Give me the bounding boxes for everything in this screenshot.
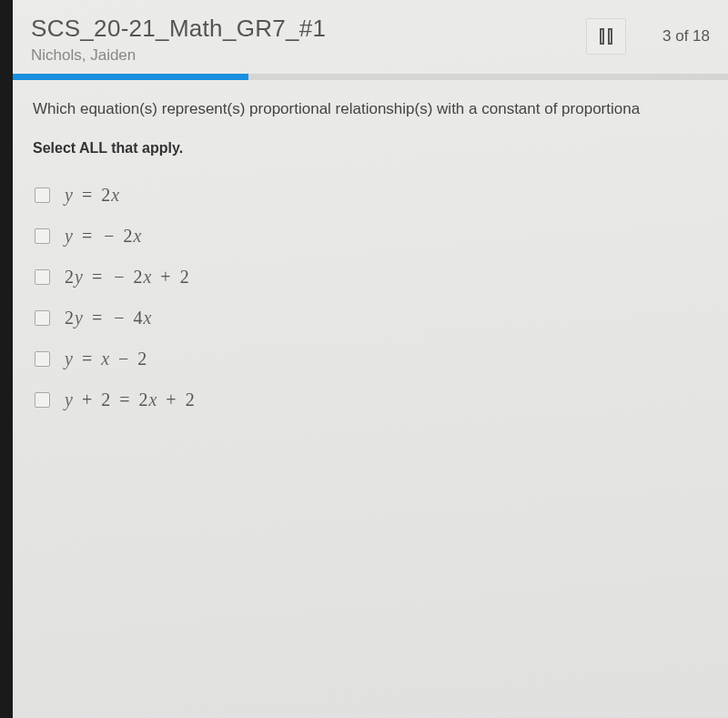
quiz-page: SCS_20-21_Math_GR7_#1 Nichols, Jaiden 3 … — [13, 0, 728, 718]
answer-option[interactable]: y = − 2x — [33, 217, 708, 255]
question-instruction: Select ALL that apply. — [33, 140, 708, 157]
progress-fill — [13, 74, 248, 80]
answer-equation: y = − 2x — [65, 226, 142, 247]
question-content: Which equation(s) represent(s) proportio… — [13, 80, 728, 440]
answer-option[interactable]: y = x − 2 — [33, 340, 708, 378]
progress-bar — [13, 74, 728, 80]
header-controls: 3 of 18 — [586, 15, 710, 55]
answer-checkbox[interactable] — [35, 228, 50, 244]
quiz-header: SCS_20-21_Math_GR7_#1 Nichols, Jaiden 3 … — [13, 0, 728, 74]
answer-checkbox[interactable] — [35, 269, 50, 285]
student-name: Nichols, Jaiden — [31, 46, 326, 65]
answer-equation: 2y = − 2x + 2 — [65, 267, 190, 288]
answer-option[interactable]: y = 2x — [33, 177, 708, 214]
answer-equation: 2y = − 4x — [65, 308, 152, 329]
answer-checkbox[interactable] — [35, 351, 50, 367]
answer-option[interactable]: 2y = − 2x + 2 — [33, 258, 708, 296]
question-counter: 3 of 18 — [662, 27, 710, 46]
answer-equation: y + 2 = 2x + 2 — [65, 389, 196, 410]
answer-equation: y = x − 2 — [65, 349, 147, 369]
quiz-title: SCS_20-21_Math_GR7_#1 — [31, 15, 326, 43]
answer-option[interactable]: 2y = − 4x — [33, 299, 708, 337]
answer-equation: y = 2x — [65, 185, 120, 206]
answer-checkbox[interactable] — [35, 392, 50, 408]
pause-icon — [600, 28, 612, 45]
header-titles: SCS_20-21_Math_GR7_#1 Nichols, Jaiden — [31, 15, 326, 65]
window-left-edge — [0, 0, 13, 718]
answer-option[interactable]: y + 2 = 2x + 2 — [33, 381, 708, 419]
pause-button[interactable] — [586, 18, 626, 55]
question-prompt: Which equation(s) represent(s) proportio… — [33, 98, 708, 120]
answer-checkbox[interactable] — [35, 187, 50, 203]
answer-checkbox[interactable] — [35, 310, 50, 326]
